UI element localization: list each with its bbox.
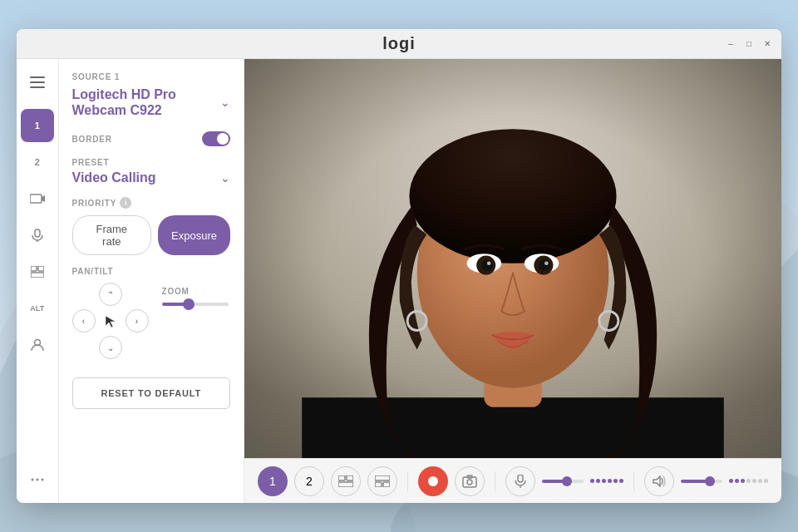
mic-slider-thumb[interactable] <box>562 476 572 486</box>
camera-feed <box>244 59 781 458</box>
screenshot-icon <box>462 475 477 488</box>
sidebar-item-more[interactable] <box>21 463 54 496</box>
mic-dots-indicator <box>590 479 623 483</box>
zoom-slider[interactable] <box>162 303 229 306</box>
mic-level-slider[interactable] <box>542 480 584 483</box>
pantilt-right-button[interactable]: › <box>126 309 149 332</box>
vol-dot-6 <box>758 479 762 483</box>
speaker-button[interactable] <box>644 466 674 496</box>
toolbar-source2-button[interactable]: 2 <box>294 466 324 496</box>
zoom-control: ZOOM <box>162 267 229 306</box>
record-button[interactable] <box>418 466 448 496</box>
svg-rect-10 <box>30 81 45 83</box>
minimize-button[interactable]: – <box>725 38 736 50</box>
priority-buttons: Frame rate Exposure <box>72 215 230 255</box>
border-label: BORDER <box>72 135 112 144</box>
screenshot-button[interactable] <box>455 466 485 496</box>
sidebar-item-source2[interactable]: 2 <box>21 145 54 179</box>
svg-point-22 <box>41 479 43 481</box>
toolbar-layout2-button[interactable] <box>367 466 397 496</box>
preset-label: PRESET <box>72 158 230 167</box>
vol-dot-2 <box>735 479 739 483</box>
preview-area <box>244 59 781 458</box>
svg-rect-40 <box>338 475 345 480</box>
settings-panel: SOURCE 1 Logitech HD Pro Webcam C922 ⌄ B… <box>59 59 244 503</box>
main-area: 1 2 <box>17 59 781 503</box>
pantilt-cursor <box>99 309 122 332</box>
svg-marker-52 <box>653 476 660 486</box>
preset-section: PRESET Video Calling ⌄ <box>72 158 230 185</box>
sidebar-item-alt[interactable]: ALT <box>21 292 54 325</box>
svg-rect-14 <box>35 229 40 237</box>
volume-level-slider[interactable] <box>681 480 722 483</box>
app-logo: logi <box>382 34 416 53</box>
zoom-slider-thumb[interactable] <box>183 298 195 310</box>
sidebar-item-person[interactable] <box>21 328 54 362</box>
svg-rect-43 <box>375 475 390 480</box>
vol-dot-5 <box>752 479 756 483</box>
toolbar-source1-label: 1 <box>269 475 276 488</box>
toolbar-source1-button[interactable]: 1 <box>258 466 288 496</box>
priority-exposure-button[interactable]: Exposure <box>158 215 230 255</box>
title-bar: logi – □ ✕ <box>17 29 781 59</box>
pantilt-up-button[interactable]: ⌃ <box>99 283 122 306</box>
dot-4 <box>608 479 612 483</box>
mic-icon <box>515 475 526 488</box>
maximize-button[interactable]: □ <box>743 38 755 50</box>
device-chevron-icon[interactable]: ⌄ <box>220 96 230 109</box>
sidebar-item-source1[interactable]: 1 <box>21 109 54 142</box>
svg-point-37 <box>544 261 549 265</box>
pantilt-controls: ⌃ ‹ › <box>72 283 149 359</box>
dot-6 <box>619 479 623 483</box>
app-window: logi – □ ✕ 1 2 <box>17 29 781 503</box>
svg-point-20 <box>31 479 33 481</box>
sidebar-item-layout[interactable] <box>21 255 54 288</box>
preset-chevron-icon[interactable]: ⌄ <box>220 171 230 185</box>
vol-dot-1 <box>729 479 733 483</box>
mic-button[interactable] <box>505 466 535 496</box>
volume-slider-track <box>681 480 722 483</box>
pantilt-label: PAN/TILT <box>72 267 149 276</box>
source2-label: 2 <box>35 157 40 167</box>
vol-dot-4 <box>746 479 751 483</box>
sidebar-icons: 1 2 <box>17 59 59 503</box>
toolbar-source2-label: 2 <box>306 475 313 488</box>
vol-dot-7 <box>764 479 768 483</box>
mic-slider-track <box>542 480 584 483</box>
bottom-toolbar: 1 2 <box>244 458 781 503</box>
sidebar-item-audio[interactable] <box>21 219 54 252</box>
svg-point-35 <box>539 259 550 271</box>
preset-selector[interactable]: Video Calling ⌄ <box>72 170 230 185</box>
svg-rect-17 <box>38 266 44 271</box>
pantilt-left-button[interactable]: ‹ <box>72 309 96 332</box>
pantilt-control: PAN/TILT ⌃ ‹ <box>72 267 149 359</box>
camera-preview: 1 2 <box>244 59 781 503</box>
pantilt-down-button[interactable]: ⌄ <box>99 336 122 359</box>
vol-dot-3 <box>741 479 745 483</box>
svg-point-29 <box>409 129 616 264</box>
svg-point-21 <box>36 479 38 481</box>
svg-rect-50 <box>518 475 523 482</box>
sidebar-item-camera[interactable] <box>21 182 54 215</box>
svg-point-48 <box>467 480 472 485</box>
source-label: SOURCE 1 <box>72 72 230 81</box>
priority-info-icon[interactable]: i <box>120 197 131 209</box>
svg-point-36 <box>487 261 491 265</box>
close-button[interactable]: ✕ <box>761 38 773 50</box>
svg-point-46 <box>428 476 438 486</box>
priority-framerate-button[interactable]: Frame rate <box>72 215 152 255</box>
reset-button[interactable]: RESET TO DEFAULT <box>72 377 230 409</box>
dot-3 <box>602 479 606 483</box>
dot-5 <box>613 479 618 483</box>
record-icon <box>428 476 438 486</box>
volume-slider-thumb[interactable] <box>705 476 715 486</box>
border-toggle[interactable] <box>202 131 230 146</box>
volume-dots-indicator <box>729 479 768 483</box>
svg-rect-11 <box>30 86 45 88</box>
sidebar-item-menu[interactable] <box>21 66 54 99</box>
toolbar-separator-1 <box>407 471 408 491</box>
toolbar-layout1-button[interactable] <box>331 466 361 496</box>
device-selector[interactable]: Logitech HD Pro Webcam C922 ⌄ <box>72 86 230 118</box>
priority-label: PRIORITY <box>72 199 117 208</box>
device-name: Logitech HD Pro Webcam C922 <box>72 86 220 118</box>
